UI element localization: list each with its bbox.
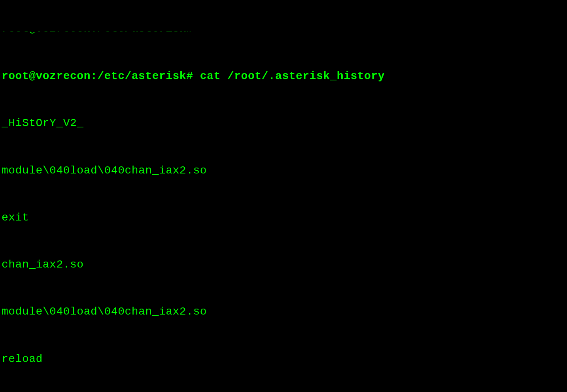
terminal-output[interactable]: root@vozrecon:/etc/asterisk# root@vozrec… bbox=[0, 0, 567, 392]
terminal-line-partial: root@vozrecon:/etc/asterisk# bbox=[2, 32, 565, 37]
terminal-line: exit bbox=[2, 210, 565, 226]
terminal-line: module\040load\040chan_iax2.so bbox=[2, 163, 565, 179]
terminal-line: _HiStOrY_V2_ bbox=[2, 115, 565, 131]
terminal-line: reload bbox=[2, 351, 565, 367]
terminal-line: root@vozrecon:/etc/asterisk# bbox=[2, 32, 193, 37]
terminal-prompt-line: root@vozrecon:/etc/asterisk# cat /root/.… bbox=[2, 68, 565, 84]
terminal-line: module\040load\040chan_iax2.so bbox=[2, 304, 565, 320]
terminal-line: chan_iax2.so bbox=[2, 257, 565, 273]
